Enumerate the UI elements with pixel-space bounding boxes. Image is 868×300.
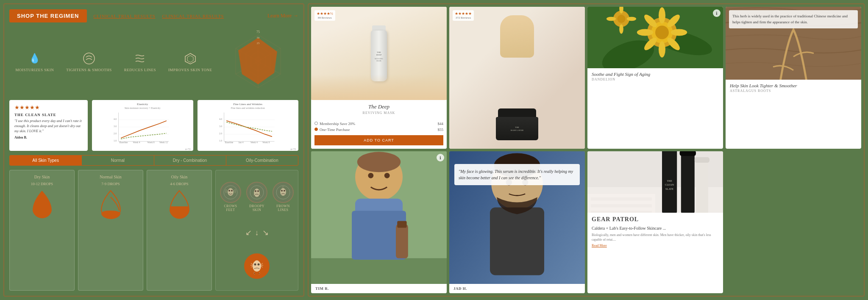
- jad-testimonial-card: "My face is glowing. This serum is incre…: [449, 151, 585, 293]
- learn-more-link[interactable]: Learn More →: [267, 13, 298, 19]
- jad-footer: JAD H.: [449, 284, 585, 293]
- tightens-icon-item: TIGHTENS & SMOOTHS: [66, 51, 112, 72]
- droopy-skin-icon: DROOPY SKIN: [246, 182, 267, 212]
- svg-point-75: [606, 17, 616, 21]
- tim-image: ℹ: [311, 151, 447, 284]
- clinical-link-1[interactable]: CLINICAL TRIAL RESULTS: [94, 14, 156, 19]
- combined-face: [244, 253, 270, 279]
- svg-point-87: [384, 173, 390, 178]
- svg-text:Jan 4: Jan 4: [238, 141, 243, 144]
- oily-skin-amount: 4-6 DROPS: [170, 182, 188, 186]
- tab-normal[interactable]: Normal: [82, 156, 154, 165]
- svg-text:SLATE: SLATE: [665, 187, 673, 190]
- tab-dry-combination[interactable]: Dry - Combination: [154, 156, 226, 165]
- drops-section: Dry Skin 10-12 DROPS Normal Skin 7-9 DRO…: [9, 170, 298, 291]
- normal-skin-card: Normal Skin 7-9 DROPS: [78, 170, 143, 291]
- svg-rect-109: [591, 197, 652, 201]
- testimonial-text: "I use this product every day and I can'…: [14, 119, 83, 134]
- svg-point-44: [228, 190, 230, 192]
- testimonial-stars: ★★★★★: [14, 104, 83, 111]
- arrow-down-2: ↓: [255, 228, 259, 237]
- gear-patrol-image: THE CLEAN SLATE: [587, 151, 723, 213]
- svg-rect-101: [681, 153, 695, 213]
- membership-option[interactable]: Membership Save 20% $44: [314, 122, 443, 126]
- svg-rect-89: [397, 221, 406, 228]
- crows-feet-face: [220, 182, 241, 203]
- dandelion-info-icon[interactable]: ℹ: [713, 9, 721, 17]
- svg-text:3.0: 3.0: [114, 125, 117, 128]
- membership-radio[interactable]: [314, 122, 318, 125]
- tab-all-skin[interactable]: All Skin Types: [10, 156, 82, 165]
- add-to-cart-button[interactable]: ADD TO CART: [314, 135, 443, 145]
- jad-name: JAD H.: [453, 286, 581, 291]
- oily-skin-drop: [166, 189, 193, 222]
- normal-skin-title: Normal Skin: [100, 175, 121, 179]
- svg-point-55: [253, 261, 261, 272]
- svg-point-52: [281, 190, 283, 192]
- gear-patrol-link[interactable]: Read More: [592, 244, 719, 247]
- dry-skin-card: Dry Skin 10-12 DROPS: [9, 170, 75, 291]
- svg-text:CLEAN: CLEAN: [665, 183, 674, 186]
- svg-text:Week 4: Week 4: [250, 141, 257, 144]
- astragalus-image: This herb is widely used in the practice…: [726, 7, 861, 80]
- the-deep-options: Membership Save 20% $44 One-Time Purchas…: [311, 118, 447, 149]
- the-deep-review-count: 89 Reviews: [318, 16, 332, 19]
- tightens-icon: [81, 51, 97, 66]
- testimonial-card: ★★★★★ THE CLEAN SLATE "I use this produc…: [9, 100, 88, 151]
- dandelion-title: Soothe and Fight Sign of Aging: [592, 72, 719, 77]
- jad-image: "My face is glowing. This serum is incre…: [449, 151, 585, 284]
- svg-rect-111: [591, 211, 652, 213]
- gear-patrol-logo: GEAR PATROL: [592, 216, 719, 223]
- svg-text:75: 75: [256, 30, 260, 34]
- tim-info-icon[interactable]: ℹ: [437, 154, 444, 161]
- dry-skin-drop: [28, 189, 56, 222]
- svg-text:Week 4: Week 4: [133, 141, 140, 144]
- dandelion-image: ℹ: [587, 7, 723, 68]
- crows-feet-label: CROWS FEET: [220, 204, 241, 212]
- arrow-down-3: ↘: [262, 228, 269, 237]
- svg-point-49: [257, 190, 259, 192]
- gear-patrol-excerpt: Biologically, men and women have differe…: [592, 233, 719, 242]
- tim-footer: TIM R.: [311, 284, 447, 293]
- astragalus-body: Help Skin Look Tighter & Smoother ASTRAL…: [726, 80, 861, 149]
- middle-section: ★★★★★ THE CLEAN SLATE "I use this produc…: [9, 100, 298, 151]
- one-time-option[interactable]: One-Time Purchase $55: [314, 128, 443, 132]
- svg-text:Baseline: Baseline: [120, 141, 128, 144]
- gear-patrol-headline: Caldera + Lab's Easy-to-Follow Skincare …: [592, 225, 719, 231]
- svg-rect-108: [587, 194, 655, 213]
- base-layer-image: THEBASE LAYER: [449, 7, 585, 149]
- skin-benefits-icons: 💧 MOISTURIZES SKIN TIGHTENS & SMOOTHS: [9, 27, 298, 96]
- base-layer-stars: ★★★★★: [455, 11, 472, 16]
- shop-regimen-button[interactable]: SHOP THE REGIMEN: [9, 9, 87, 22]
- clinical-link-2[interactable]: CLINICAL TRIAL RESULTS: [162, 14, 224, 19]
- tab-oily-combination[interactable]: Oily-Combination: [226, 156, 298, 165]
- chart2-subtitle: Fine lines and wrinkles reduction: [200, 107, 296, 109]
- droopy-skin-label: DROOPY SKIN: [246, 204, 267, 212]
- svg-text:3.0: 3.0: [219, 125, 222, 128]
- svg-point-63: [659, 7, 665, 23]
- svg-point-66: [671, 29, 687, 36]
- svg-text:2.0: 2.0: [114, 132, 117, 135]
- the-deep-card: THEDEEP REVIVINGMASK ★★★★½ 89 Reviews Th…: [311, 7, 447, 149]
- normal-skin-amount: 7-9 DROPS: [101, 182, 120, 186]
- arrow-right-icon: →: [293, 13, 298, 19]
- one-time-radio[interactable]: [314, 128, 318, 131]
- improves-icon-item: IMPROVES SKIN TONE: [168, 51, 212, 72]
- membership-price: $44: [438, 122, 444, 126]
- svg-text:1.0: 1.0: [114, 139, 117, 142]
- svg-point-86: [368, 173, 373, 178]
- svg-rect-110: [591, 204, 652, 208]
- astragalus-title: Help Skin Look Tighter & Smoother: [730, 83, 857, 88]
- face-arrows: ↙ ↓ ↘: [245, 228, 269, 237]
- svg-point-47: [254, 189, 260, 197]
- the-deep-subtitle: REVIVING MASK: [314, 111, 443, 115]
- the-deep-image: THEDEEP REVIVINGMASK: [311, 7, 447, 100]
- membership-label: Membership Save 20%: [320, 122, 355, 126]
- oily-skin-card: Oily Skin 4-6 DROPS: [147, 170, 212, 291]
- dry-skin-amount: 10-12 DROPS: [31, 182, 53, 186]
- chart1-n: n=72: [95, 148, 191, 150]
- the-deep-stars: ★★★★½: [317, 11, 333, 16]
- astragalus-latin: ASTRALAGUS ROOTS: [730, 89, 857, 93]
- radar-chart: 75 50 25: [225, 28, 292, 94]
- improves-tone-icon: [183, 51, 198, 66]
